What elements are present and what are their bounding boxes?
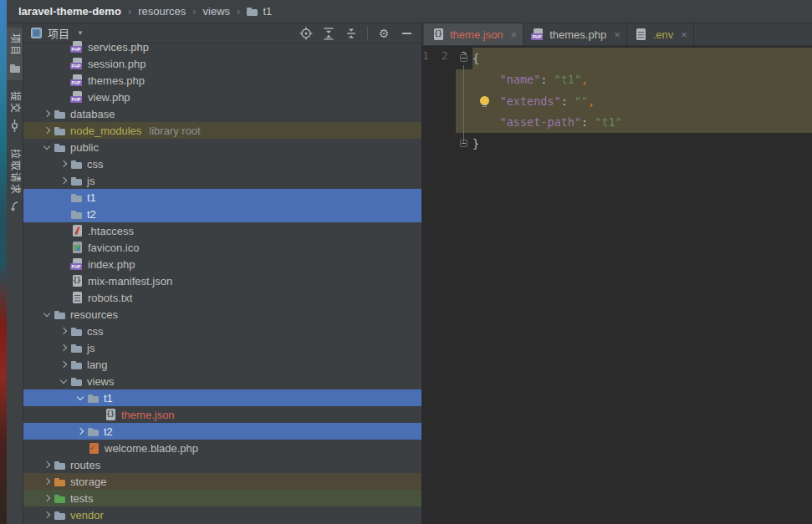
code-line[interactable]: "name": "t1", [456,69,812,91]
php-file-icon: PHP [70,40,84,53]
tree-row-themes.php[interactable]: PHPthemes.php [23,72,421,89]
tree-row-vendor[interactable]: vendor [23,506,421,523]
fold-column[interactable] [456,69,472,91]
code-line[interactable]: } [456,133,812,155]
tree-item-label: t2 [87,208,96,221]
tree-item-label: views [87,375,115,388]
tree-item-label: theme.json [121,409,175,421]
editor-tab-theme.json[interactable]: theme.json× [424,23,523,45]
tool-window-tab-folder[interactable]: 项目 [7,28,23,80]
editor-area: theme.json×PHPthemes.php×.env× 12345 { "… [422,23,812,524]
close-icon[interactable]: × [511,28,518,41]
code-line[interactable]: "extends": "", [456,90,812,112]
editor-tab-label: themes.php [549,28,606,41]
chevron-down-icon[interactable]: ▼ [77,29,84,37]
chevron-down-icon[interactable] [40,145,54,149]
image-file-icon [70,241,84,254]
fold-column[interactable] [456,112,472,134]
tree-row-session.php[interactable]: PHPsession.php [23,55,421,72]
folder-icon [54,459,66,471]
tree-row-public[interactable]: public [23,139,421,155]
tool-window-tab-commit[interactable]: 提交 [7,85,23,138]
breadcrumb-item[interactable]: resources [138,5,186,18]
chevron-right-icon[interactable] [40,111,54,116]
tree-row-routes[interactable]: routes [23,456,421,473]
fold-start-marker[interactable] [460,54,467,62]
folder-icon [54,125,66,137]
tree-row-css[interactable]: css [23,155,421,172]
chevron-right-icon[interactable] [40,512,54,517]
code-line[interactable]: { [456,48,812,69]
tool-window-tab-pull-request[interactable]: 拉取请求 [7,143,23,219]
php-file-icon: PHP [70,57,84,70]
tree-row-services.php[interactable]: PHPservices.php [23,38,421,55]
chevron-right-icon[interactable] [74,429,87,434]
tree-row-t2[interactable]: t2 [23,206,421,222]
tree-row-node-modules[interactable]: node_moduleslibrary root [23,122,421,139]
tree-row-views[interactable]: views [23,373,421,389]
breadcrumb-item[interactable]: t1 [247,5,272,18]
chevron-right-icon[interactable] [57,345,70,350]
chevron-right-icon[interactable] [40,462,54,467]
chevron-down-icon[interactable] [57,379,70,383]
json-file-icon [432,28,445,41]
tree-row-js[interactable]: js [23,172,421,189]
tree-row-tests[interactable]: tests [23,490,421,506]
tree-item-label: css [87,158,104,170]
tree-item-label: t1 [104,392,113,404]
folder-icon [70,191,83,204]
breadcrumb-item[interactable]: views [203,5,231,18]
chevron-right-icon[interactable] [40,128,54,133]
chevron-down-icon[interactable] [40,313,54,316]
chevron-right-icon[interactable] [40,496,54,501]
close-icon[interactable]: × [614,28,620,41]
breadcrumb-separator: › [192,5,196,18]
chevron-right-icon[interactable] [57,161,70,166]
editor-tab-themes.php[interactable]: PHPthemes.php× [523,23,627,45]
editor-tab-.env[interactable]: .env× [627,23,694,45]
chevron-right-icon[interactable] [40,479,54,484]
project-panel: 项目 ▼ ⚙ PHPservices.phpPHPsession.phpPHPt… [23,23,422,524]
tree-row-t1[interactable]: t1 [23,389,421,406]
editor-tab-bar: theme.json×PHPthemes.php×.env× [422,23,812,46]
tree-row-js[interactable]: js [23,339,421,356]
tree-row-mix-manifest.json[interactable]: mix-manifest.json [23,272,421,289]
folder-icon [70,158,83,170]
tree-row-lang[interactable]: lang [23,356,421,373]
tree-row-index.php[interactable]: PHPindex.php [23,256,421,272]
breadcrumb-item[interactable]: laravel-theme-demo [18,5,121,18]
tree-row-robots.txt[interactable]: robots.txt [23,289,421,306]
tree-item-label: resources [70,308,118,321]
close-icon[interactable]: × [681,28,687,41]
folder-icon [70,325,83,338]
tree-row-storage[interactable]: storage [23,473,421,490]
tree-row-favicon.ico[interactable]: favicon.ico [23,239,421,256]
tree-row-theme.json[interactable]: theme.json [23,406,421,423]
chevron-right-icon[interactable] [57,328,70,333]
tree-row-.htaccess[interactable]: .htaccess [23,222,421,239]
commit-icon [9,120,21,132]
tree-row-database[interactable]: database [23,105,421,122]
tree-item-label: index.php [88,258,135,271]
editor-body[interactable]: 12345 { "name": "t1", "extends": "", "as… [422,46,812,524]
tree-row-resources[interactable]: resources [23,306,421,323]
json-file-icon [70,274,84,287]
chevron-down-icon[interactable] [74,396,87,399]
editor-lines[interactable]: { "name": "t1", "extends": "", "asset-pa… [456,46,812,524]
desktop-wallpaper-strip [0,0,7,524]
tree-row-css[interactable]: css [23,323,421,339]
tree-item-label: lang [87,359,108,371]
chevron-right-icon[interactable] [57,178,70,183]
tree-item-label: node_modules [70,125,141,137]
folder-icon [87,392,100,404]
tree-row-view.php[interactable]: PHPview.php [23,89,421,105]
tree-item-label: favicon.ico [88,242,139,254]
tree-row-t2[interactable]: t2 [23,423,421,440]
chevron-right-icon[interactable] [57,362,70,367]
code-line[interactable]: "asset-path": "t1" [456,112,812,134]
fold-column[interactable] [456,90,472,112]
tree-row-welcome.blade.php[interactable]: welcome.blade.php [23,440,421,456]
tree-row-t1[interactable]: t1 [23,189,421,206]
code-text: } [472,133,812,155]
text-file-icon [70,291,84,304]
